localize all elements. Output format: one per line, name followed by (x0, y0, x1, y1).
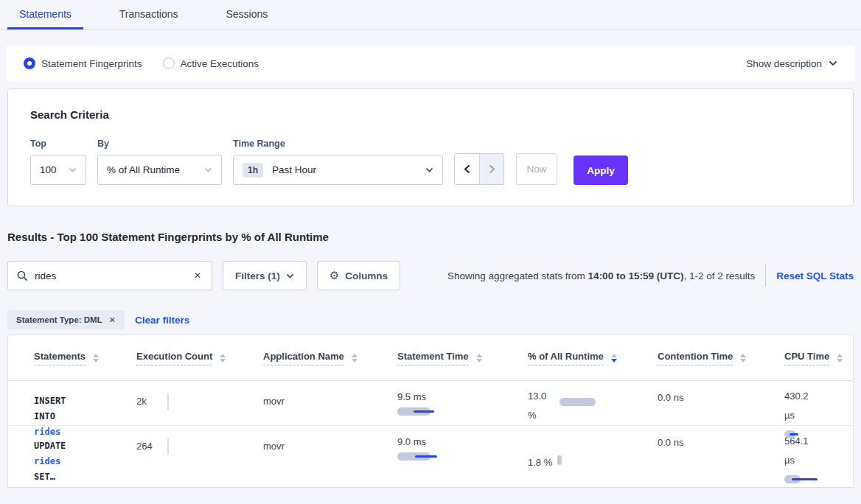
chevron-left-icon (464, 164, 470, 174)
tab-transactions[interactable]: Transactions (108, 0, 190, 29)
stats-time-range: 14:00 to 15:59 (UTC) (588, 270, 684, 281)
sort-icon[interactable] (476, 354, 482, 363)
statement-search-box: ✕ (7, 261, 212, 290)
tab-sessions[interactable]: Sessions (214, 0, 279, 29)
header-statement-time: Statement Time (397, 335, 528, 380)
results-heading: Results - Top 100 Statement Fingerprints… (7, 231, 861, 243)
statement-time-bar (397, 407, 528, 416)
contention-time-cell: 0.0 ns (658, 426, 784, 487)
now-button[interactable]: Now (516, 153, 557, 185)
statement-time-value: 9.0 ms (397, 436, 528, 447)
sort-icon-active-desc[interactable] (611, 354, 617, 363)
top-select-value: 100 (40, 164, 57, 175)
search-input[interactable] (35, 270, 192, 281)
by-label: By (97, 139, 222, 149)
sort-icon[interactable] (352, 354, 358, 363)
radio-label: Active Executions (181, 58, 259, 69)
radio-active-executions[interactable]: Active Executions (163, 57, 259, 69)
by-field: By % of All Runtime (97, 139, 222, 185)
header-label[interactable]: Contention Time (658, 351, 733, 365)
previous-time-button[interactable] (455, 154, 479, 184)
radio-selected-icon (24, 57, 35, 69)
chevron-down-icon (829, 60, 837, 66)
header-label[interactable]: Statement Time (397, 351, 469, 365)
top-field: Top 100 (30, 139, 86, 185)
execution-count-value: 264 (136, 441, 167, 452)
show-description-toggle[interactable]: Show description (746, 58, 837, 69)
time-range-badge: 1h (243, 163, 263, 178)
aggregated-stats-text: Showing aggregated stats from 14:00 to 1… (447, 270, 755, 281)
search-icon (17, 270, 28, 281)
execution-count-bar (167, 393, 169, 410)
chevron-down-icon (425, 167, 433, 172)
clear-filters-link[interactable]: Clear filters (135, 315, 189, 326)
radio-unselected-icon (163, 57, 175, 69)
filter-pill-statement-type[interactable]: Statement Type: DML ✕ (7, 310, 125, 329)
active-filters-row: Statement Type: DML ✕ Clear filters (7, 310, 861, 329)
columns-button[interactable]: ⚙ Columns (317, 261, 400, 290)
chevron-down-icon (286, 273, 294, 279)
table-header-row: Statements Execution Count Application N… (8, 335, 853, 381)
header-label[interactable]: Statements (34, 351, 86, 365)
gear-icon: ⚙ (330, 269, 339, 282)
filter-pill-label: Statement Type: DML (16, 315, 102, 324)
page-tabs: Statements Transactions Sessions (0, 0, 861, 30)
columns-label: Columns (345, 270, 388, 281)
sort-icon[interactable] (220, 354, 226, 363)
chevron-right-icon (489, 164, 495, 174)
percent-runtime-cell: 1.8 % (528, 426, 658, 487)
apply-button[interactable]: Apply (574, 155, 628, 185)
tab-statements[interactable]: Statements (7, 0, 83, 29)
by-select[interactable]: % of All Runtime (97, 155, 222, 185)
results-controls: ✕ Filters (1) ⚙ Columns Showing aggregat… (7, 261, 854, 290)
header-label[interactable]: % of All Runtime (528, 351, 604, 365)
time-range-label: Time Range (233, 139, 443, 149)
time-range-field: Time Range 1h Past Hour (233, 139, 443, 185)
chevron-down-icon (204, 167, 212, 172)
cpu-time-bar (784, 475, 853, 484)
sort-icon[interactable] (837, 354, 843, 363)
percent-runtime-value: 13.0 % (528, 387, 554, 425)
statement-cell: UPDATE rides SET… (8, 426, 86, 487)
radio-statement-fingerprints[interactable]: Statement Fingerprints (24, 57, 142, 69)
statement-time-cell: 9.0 ms (397, 426, 528, 487)
percent-runtime-value: 1.8 % (528, 457, 552, 468)
show-description-label: Show description (746, 58, 822, 69)
sort-icon[interactable] (740, 354, 746, 363)
statement-text: INSERT INTO (34, 396, 66, 421)
reset-sql-stats-link[interactable]: Reset SQL Stats (776, 270, 854, 281)
header-contention-time: Contention Time (658, 335, 784, 380)
table-row: UPDATE rides SET… 264 movr 9.0 ms 1.8 % … (8, 426, 853, 488)
statement-link[interactable]: rides (34, 456, 60, 466)
time-range-select[interactable]: 1h Past Hour (233, 155, 443, 185)
top-label: Top (30, 139, 86, 149)
header-execution-count: Execution Count (136, 335, 263, 380)
search-criteria-controls: Top 100 By % of All Runtime Time Range 1… (30, 139, 831, 185)
header-statements: Statements (8, 335, 136, 380)
top-select[interactable]: 100 (30, 155, 86, 185)
time-range-value: Past Hour (272, 164, 316, 175)
application-name-cell: movr (263, 426, 397, 487)
header-label[interactable]: Application Name (263, 351, 344, 365)
remove-filter-icon[interactable]: ✕ (109, 315, 116, 325)
statement-text: SET… (34, 472, 55, 482)
execution-count-bar (167, 438, 169, 455)
next-time-button[interactable] (479, 154, 503, 184)
filters-label: Filters (1) (235, 270, 280, 281)
time-step-buttons (454, 153, 504, 185)
statement-text: UPDATE (34, 441, 66, 451)
header-application-name: Application Name (263, 335, 397, 380)
sort-icon[interactable] (93, 354, 99, 363)
clear-search-icon[interactable]: ✕ (192, 269, 203, 282)
header-label[interactable]: CPU Time (784, 351, 829, 365)
execution-count-cell: 264 (136, 426, 263, 487)
view-toggle-bar: Statement Fingerprints Active Executions… (6, 46, 855, 81)
filters-button[interactable]: Filters (1) (223, 261, 307, 290)
statement-time-value: 9.5 ms (397, 391, 528, 402)
table-row: INSERT INTO rides 2k movr 9.5 ms 13.0 % … (8, 381, 853, 426)
header-percent-runtime: % of All Runtime (528, 335, 658, 380)
chevron-down-icon (69, 167, 77, 172)
execution-count-value: 2k (136, 396, 167, 407)
header-label[interactable]: Execution Count (136, 351, 212, 365)
cpu-time-cell: 430.2 µs (784, 381, 853, 440)
